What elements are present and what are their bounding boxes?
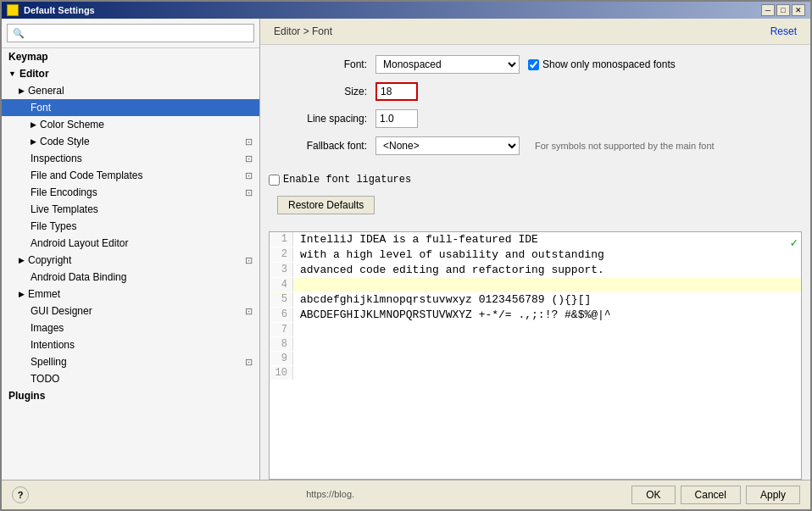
maximize-button[interactable]: □: [776, 4, 790, 16]
title-bar: Default Settings ─ □ ✕: [2, 2, 810, 19]
preview-line-1: 1 IntelliJ IDEA is a full-featured IDE: [270, 232, 801, 247]
line-content-1: IntelliJ IDEA is a full-featured IDE: [293, 232, 538, 247]
editor-arrow: ▼: [8, 69, 16, 78]
sidebar-item-emmet[interactable]: ▶ Emmet: [2, 286, 259, 303]
sidebar-item-live-templates[interactable]: Live Templates: [2, 201, 259, 218]
show-monospaced-label[interactable]: Show only monospaced fonts: [528, 58, 676, 70]
ligatures-label[interactable]: Enable font ligatures: [269, 174, 411, 186]
minimize-button[interactable]: ─: [761, 4, 775, 16]
size-input[interactable]: [375, 82, 418, 101]
size-field-label: Size:: [274, 86, 367, 97]
line-number-5: 5: [270, 292, 293, 307]
apply-button[interactable]: Apply: [746, 486, 800, 504]
size-row: Size:: [274, 82, 797, 101]
inspections-label: Inspections: [31, 153, 82, 164]
footer-left: ?: [12, 486, 29, 503]
sidebar-item-font[interactable]: Font: [2, 99, 259, 116]
title-bar-left: Default Settings: [7, 4, 95, 16]
spacing-field-label: Line spacing:: [274, 113, 367, 125]
reset-link[interactable]: Reset: [770, 25, 797, 37]
ligatures-row: Enable font ligatures: [260, 174, 810, 186]
keymap-label: Keymap: [8, 51, 48, 63]
sidebar-item-file-code-templates[interactable]: File and Code Templates ⊡: [2, 167, 259, 184]
sidebar-item-color-scheme[interactable]: ▶ Color Scheme: [2, 116, 259, 133]
sidebar-item-android-layout-editor[interactable]: Android Layout Editor: [2, 235, 259, 252]
window-title: Default Settings: [24, 5, 95, 15]
search-input[interactable]: [7, 24, 254, 42]
file-types-label: File Types: [31, 220, 76, 232]
sidebar-item-file-encodings[interactable]: File Encodings ⊡: [2, 184, 259, 201]
emmet-label: Emmet: [28, 288, 60, 300]
breadcrumb-bar: Editor > Font Reset: [260, 19, 810, 45]
ligatures-checkbox[interactable]: [269, 175, 280, 186]
main-panel: Editor > Font Reset Font: Monospaced Ari…: [260, 19, 810, 480]
sidebar-item-editor[interactable]: ▼ Editor: [2, 65, 259, 82]
sidebar-item-file-types[interactable]: File Types: [2, 218, 259, 235]
line-content-2: with a high level of usability and outst…: [293, 247, 604, 262]
preview-line-7: 7: [270, 323, 801, 337]
cancel-button[interactable]: Cancel: [681, 486, 741, 504]
file-encodings-label: File Encodings: [31, 186, 97, 198]
preview-line-6: 6 ABCDEFGHIJKLMNOPQRSTUVWXYZ +-*/= .,;:!…: [270, 308, 801, 323]
preview-line-3: 3 advanced code editing and refactoring …: [270, 263, 801, 278]
line-number-1: 1: [270, 232, 293, 247]
line-content-4: [293, 278, 300, 292]
content-area: Keymap ▼ Editor ▶ General Font ▶ Color S…: [2, 19, 810, 480]
sidebar-item-gui-designer[interactable]: GUI Designer ⊡: [2, 303, 259, 319]
sidebar-item-inspections[interactable]: Inspections ⊡: [2, 150, 259, 167]
sidebar-item-general[interactable]: ▶ General: [2, 82, 259, 99]
breadcrumb: Editor > Font: [274, 25, 332, 37]
fallback-select[interactable]: <None>: [375, 136, 520, 155]
file-code-templates-copy-icon: ⊡: [245, 170, 253, 181]
code-style-label: Code Style: [40, 136, 90, 147]
spelling-label: Spelling: [31, 356, 67, 368]
line-number-10: 10: [270, 366, 293, 380]
footer: ? https://blog. OK Cancel Apply: [2, 480, 810, 509]
line-number-2: 2: [270, 247, 293, 262]
line-content-8: [293, 337, 300, 351]
line-number-6: 6: [270, 308, 293, 322]
sidebar-item-keymap[interactable]: Keymap: [2, 48, 259, 65]
copyright-arrow: ▶: [19, 256, 25, 264]
copyright-label: Copyright: [28, 254, 71, 266]
close-button[interactable]: ✕: [792, 4, 805, 16]
restore-defaults-container: Restore Defaults: [260, 196, 810, 225]
images-label: Images: [31, 322, 64, 334]
help-button[interactable]: ?: [12, 486, 29, 503]
restore-defaults-button[interactable]: Restore Defaults: [277, 196, 375, 214]
line-number-8: 8: [270, 337, 293, 351]
main-window: Default Settings ─ □ ✕ Keymap ▼ Editor: [0, 0, 812, 511]
ok-button[interactable]: OK: [631, 486, 675, 504]
emmet-arrow: ▶: [19, 290, 25, 298]
color-scheme-arrow: ▶: [31, 120, 36, 129]
live-templates-label: Live Templates: [31, 203, 98, 215]
show-monospaced-checkbox[interactable]: [528, 59, 539, 70]
url-text: https://blog.: [306, 489, 354, 499]
sidebar-item-intentions[interactable]: Intentions: [2, 336, 259, 353]
sidebar-item-code-style[interactable]: ▶ Code Style ⊡: [2, 133, 259, 150]
preview-line-4: 4: [270, 278, 801, 292]
font-select[interactable]: Monospaced Arial Consolas Courier New: [375, 55, 520, 74]
line-number-4: 4: [270, 278, 293, 292]
sidebar-item-android-data-binding[interactable]: Android Data Binding: [2, 269, 259, 286]
line-content-7: [293, 323, 300, 336]
preview-container: ✓ 1 IntelliJ IDEA is a full-featured IDE…: [269, 231, 802, 480]
code-style-arrow: ▶: [31, 137, 36, 146]
copy-icon: ⊡: [245, 136, 253, 147]
preview-check: ✓: [791, 236, 798, 250]
title-bar-controls: ─ □ ✕: [761, 4, 805, 16]
footer-right: OK Cancel Apply: [631, 486, 800, 504]
search-bar: [2, 19, 259, 48]
intentions-label: Intentions: [31, 339, 75, 351]
sidebar-item-copyright[interactable]: ▶ Copyright ⊡: [2, 252, 259, 269]
plugins-label: Plugins: [8, 390, 45, 402]
font-label: Font: [31, 102, 51, 114]
font-field-label: Font:: [274, 58, 367, 70]
sidebar-item-plugins[interactable]: Plugins: [2, 387, 259, 404]
sidebar-item-todo[interactable]: TODO: [2, 370, 259, 387]
sidebar-item-spelling[interactable]: Spelling ⊡: [2, 353, 259, 370]
spacing-input[interactable]: [375, 109, 418, 128]
android-data-binding-label: Android Data Binding: [31, 271, 126, 283]
form-area: Font: Monospaced Arial Consolas Courier …: [260, 45, 810, 174]
sidebar-item-images[interactable]: Images: [2, 319, 259, 336]
